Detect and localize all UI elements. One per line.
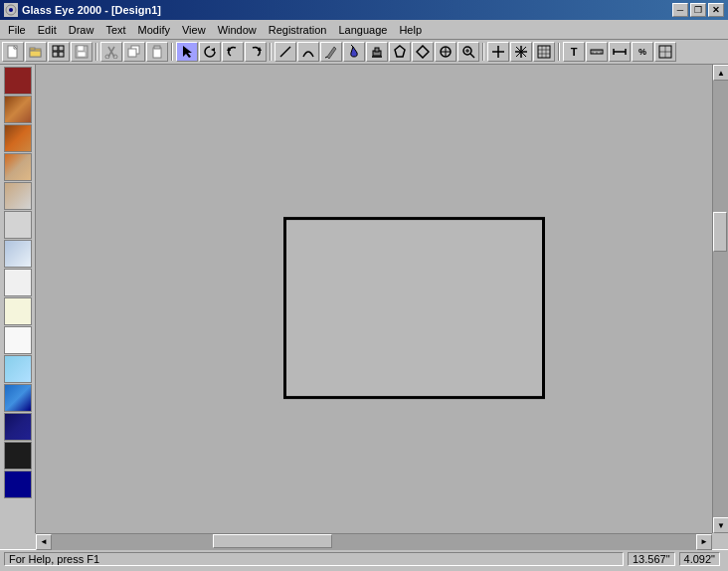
svg-marker-23 xyxy=(183,46,192,58)
paste-button[interactable] xyxy=(146,42,168,62)
scroll-left-button[interactable]: ◄ xyxy=(36,534,52,550)
menu-draw[interactable]: Draw xyxy=(63,20,100,39)
svg-rect-22 xyxy=(154,46,160,49)
new-button[interactable] xyxy=(2,42,24,62)
swatch-tan[interactable] xyxy=(4,182,32,210)
menu-view[interactable]: View xyxy=(176,20,212,39)
swatch-brown[interactable] xyxy=(4,95,32,123)
scroll-down-button[interactable]: ▼ xyxy=(713,517,728,533)
swatch-beige[interactable] xyxy=(4,297,32,325)
redo-button[interactable] xyxy=(245,42,267,62)
cross-diag-tool[interactable] xyxy=(510,42,532,62)
grid-button[interactable] xyxy=(48,42,70,62)
undo-button[interactable] xyxy=(222,42,244,62)
svg-marker-35 xyxy=(417,46,429,58)
swatch-sienna[interactable] xyxy=(4,124,32,152)
scroll-up-button[interactable]: ▲ xyxy=(713,65,728,81)
toolbar-row: T % xyxy=(0,40,728,64)
scroll-track-horizontal[interactable] xyxy=(52,534,696,550)
scroll-thumb-vertical[interactable] xyxy=(713,212,727,252)
text-tool[interactable]: T xyxy=(563,42,585,62)
swatch-navy[interactable] xyxy=(4,413,32,441)
color-palette xyxy=(0,65,36,533)
fill-tool[interactable] xyxy=(343,42,365,62)
line-tool[interactable] xyxy=(274,42,296,62)
toolbar-area: T % xyxy=(0,40,728,65)
app-icon xyxy=(4,3,18,17)
svg-point-1 xyxy=(9,8,13,12)
svg-rect-9 xyxy=(59,46,64,51)
menu-text[interactable]: Text xyxy=(99,20,131,39)
status-bar: For Help, press F1 13.567" 4.092" xyxy=(0,549,728,567)
rotate-button[interactable] xyxy=(199,42,221,62)
swatch-dark-blue[interactable] xyxy=(4,471,32,498)
scroll-track-vertical[interactable] xyxy=(713,81,728,517)
close-button[interactable]: ✕ xyxy=(708,3,724,17)
scroll-thumb-horizontal[interactable] xyxy=(213,534,332,548)
coord1: 13.567" xyxy=(628,552,675,566)
swatch-light-gray[interactable] xyxy=(4,211,32,239)
swatch-near-white[interactable] xyxy=(4,269,32,296)
svg-rect-6 xyxy=(30,51,41,57)
crosshair-tool[interactable] xyxy=(487,42,509,62)
svg-line-40 xyxy=(470,54,474,58)
svg-rect-67 xyxy=(285,218,544,397)
svg-rect-11 xyxy=(59,52,64,57)
curve-tool[interactable] xyxy=(297,42,319,62)
sep4 xyxy=(482,43,484,61)
cut-button[interactable] xyxy=(100,42,122,62)
svg-rect-20 xyxy=(128,49,136,57)
title-bar-buttons: ─ ❐ ✕ xyxy=(672,3,724,17)
main-area: ▲ ▼ xyxy=(0,65,728,533)
menu-window[interactable]: Window xyxy=(212,20,263,39)
svg-rect-7 xyxy=(30,48,35,50)
svg-rect-32 xyxy=(375,48,379,52)
pencil-tool[interactable] xyxy=(320,42,342,62)
swatch-white[interactable] xyxy=(4,326,32,354)
svg-line-29 xyxy=(325,57,327,58)
sep1 xyxy=(95,43,97,61)
menu-help[interactable]: Help xyxy=(393,20,428,39)
svg-marker-24 xyxy=(211,48,215,52)
scroll-right-button[interactable]: ► xyxy=(696,534,712,550)
svg-line-30 xyxy=(351,45,353,47)
swatch-clay[interactable] xyxy=(4,153,32,181)
ruler-tool[interactable] xyxy=(586,42,608,62)
copy-button[interactable] xyxy=(123,42,145,62)
swatch-blue-gray[interactable] xyxy=(4,240,32,268)
vertical-scrollbar: ▲ ▼ xyxy=(712,65,728,533)
horizontal-scrollbar: ◄ ► xyxy=(36,533,712,549)
point-tool[interactable] xyxy=(435,42,456,62)
swatch-sky-blue[interactable] xyxy=(4,355,32,383)
grid4-tool[interactable] xyxy=(654,42,676,62)
design-canvas xyxy=(280,213,549,404)
minimize-button[interactable]: ─ xyxy=(672,3,688,17)
title-bar: Glass Eye 2000 - [Design1] ─ ❐ ✕ xyxy=(0,0,728,20)
zoom-tool[interactable] xyxy=(457,42,479,62)
swatch-black[interactable] xyxy=(4,442,32,470)
restore-button[interactable]: ❐ xyxy=(690,3,706,17)
menu-language[interactable]: Language xyxy=(332,20,393,39)
canvas-area[interactable] xyxy=(36,65,712,533)
sep2 xyxy=(171,43,173,61)
percent-tool[interactable]: % xyxy=(632,42,653,62)
title-bar-text: Glass Eye 2000 - [Design1] xyxy=(22,4,672,16)
svg-marker-34 xyxy=(395,46,405,57)
menu-file[interactable]: File xyxy=(2,20,32,39)
menu-registration[interactable]: Registration xyxy=(263,20,333,39)
diamond-tool[interactable] xyxy=(412,42,434,62)
stamp-tool[interactable] xyxy=(366,42,388,62)
select-button[interactable] xyxy=(176,42,198,62)
grid-tool[interactable] xyxy=(533,42,555,62)
sep5 xyxy=(558,43,560,61)
menu-edit[interactable]: Edit xyxy=(32,20,63,39)
menu-modify[interactable]: Modify xyxy=(132,20,176,39)
save-button[interactable] xyxy=(71,42,92,62)
svg-rect-14 xyxy=(78,52,86,57)
open-button[interactable] xyxy=(25,42,47,62)
polygon-tool[interactable] xyxy=(389,42,411,62)
menu-bar: File Edit Draw Text Modify View Window R… xyxy=(0,20,728,40)
measure-tool[interactable] xyxy=(609,42,631,62)
swatch-blue[interactable] xyxy=(4,384,32,412)
swatch-dark-red[interactable] xyxy=(4,67,32,95)
